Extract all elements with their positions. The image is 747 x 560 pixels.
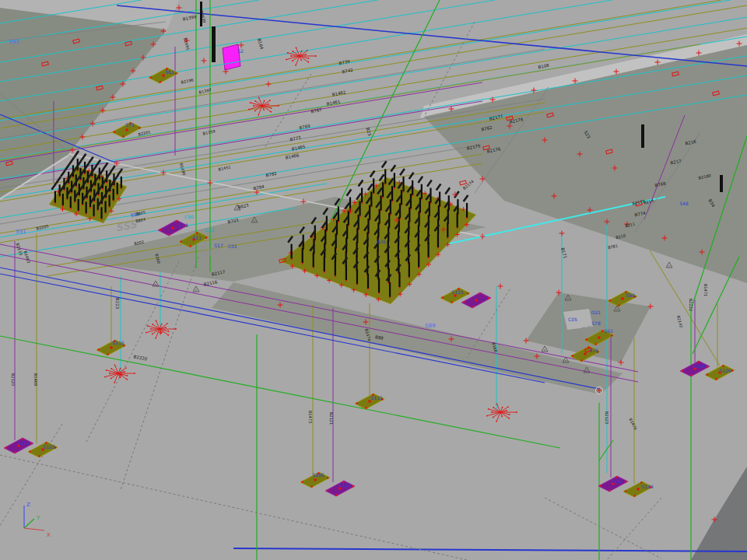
model-label-SSS[interactable]: SSS (114, 218, 139, 233)
model-label-B1463[interactable]: B1463 (23, 250, 32, 264)
model-view-canvas[interactable]: S93B1399B2839B1491B164S2B739B742B108B219… (0, 0, 747, 560)
model-label-B2222[interactable]: B2222 (689, 299, 693, 311)
model-label-S115[interactable]: S115 (451, 289, 463, 295)
pile-symbol (302, 248, 303, 263)
pad-corner-dot (451, 301, 453, 303)
load-burst-tip (268, 103, 269, 105)
model-label-B171[interactable]: B171 (560, 247, 568, 259)
model-label-B2220[interactable]: B2220 (133, 354, 148, 361)
model-label-B2120[interactable]: B2120 (11, 373, 16, 386)
pile-symbol (104, 201, 106, 212)
model-label-C05[interactable]: C05 (568, 317, 577, 322)
model-label-B782[interactable]: B782 (265, 171, 277, 178)
model-label-B1491[interactable]: B1491 (183, 37, 191, 51)
model-label-S93[interactable]: S93 (9, 39, 19, 45)
model-label-S2[interactable]: S2 (237, 48, 244, 54)
cad-viewport-3d[interactable]: S93B1399B2839B1491B164S2B739B742B108B219… (0, 0, 747, 560)
model-label-B223[interactable]: B223 (115, 298, 120, 310)
model-label-S108[interactable]: S108 (693, 363, 705, 369)
model-label-S116[interactable]: S116 (112, 340, 124, 345)
slab-corner-wedge[interactable] (691, 467, 747, 560)
model-label-B781[interactable]: B781 (608, 243, 619, 250)
model-label-S92[interactable]: S92 (604, 328, 613, 334)
model-label-B36[interactable]: B36 (377, 239, 386, 244)
model-label-S119[interactable]: S119 (641, 484, 653, 489)
model-label-S90[interactable]: S90 (626, 292, 635, 298)
model-label-S61[interactable]: S61 (165, 69, 174, 75)
pile-base-dot (72, 177, 74, 178)
model-label-S76[interactable]: S76 (589, 348, 598, 353)
pad-corner-dot (160, 229, 161, 230)
pad-corner-dot (731, 369, 733, 371)
pad-corner-dot (114, 131, 115, 132)
pile-base-dot (99, 179, 100, 180)
model-label-B2142[interactable]: B2142 (676, 315, 684, 328)
grid-line-blue (233, 548, 747, 551)
pile-base-dot (381, 210, 382, 212)
pile-symbol (447, 222, 448, 237)
model-label-C90[interactable]: C90 (184, 214, 194, 219)
model-label-O21[interactable]: O21 (591, 310, 601, 315)
model-label-S10[interactable]: S10 (179, 222, 188, 228)
model-label-C01[interactable]: C01 (228, 243, 237, 249)
model-label-B1476[interactable]: B1476 (628, 418, 638, 431)
pad-corner-dot (302, 481, 303, 482)
model-label-S11[interactable]: S11 (192, 235, 202, 240)
load-burst-tip (509, 414, 510, 415)
model-label-B804[interactable]: B804 (135, 217, 146, 224)
support-dot (565, 360, 566, 361)
model-label-B2116[interactable]: B2116 (203, 279, 218, 287)
pad-corner-dot (691, 374, 693, 376)
model-label-B1490[interactable]: B1490 (179, 163, 187, 176)
cross-marker (202, 58, 207, 64)
model-label-B1399[interactable]: B1399 (182, 14, 197, 22)
model-label-B769[interactable]: B769 (299, 124, 311, 131)
model-label-S78[interactable]: S78 (591, 320, 601, 326)
model-label-B739[interactable]: B739 (338, 59, 351, 66)
model-label-S103[interactable]: S103 (43, 444, 54, 450)
pile-base-dot (74, 201, 75, 203)
construction-line-dashed (545, 498, 661, 558)
model-label-S113[interactable]: S113 (370, 395, 382, 401)
model-label-S109[interactable]: S109 (719, 368, 731, 373)
model-label-B108[interactable]: B108 (538, 63, 550, 70)
pile-label-tag (370, 170, 376, 178)
model-label-B2196[interactable]: B2196 (181, 77, 194, 84)
pad-center-dot (584, 352, 587, 355)
model-label-B742[interactable]: B742 (342, 68, 353, 75)
construction-line-dashed (265, 74, 311, 148)
model-label-B1466[interactable]: B1466 (285, 152, 300, 160)
model-label-S121[interactable]: S121 (339, 482, 351, 488)
load-burst-tip (155, 338, 156, 339)
model-label-B2123[interactable]: B2123 (605, 411, 609, 424)
model-label-B1473[interactable]: B1473 (308, 411, 313, 423)
model-label-S106[interactable]: S106 (312, 472, 324, 478)
model-label-C20[interactable]: C20 (205, 227, 214, 233)
model-label-B2121[interactable]: B2121 (329, 412, 334, 425)
pile-symbol (382, 182, 384, 197)
pile-symbol (54, 191, 56, 203)
pile-label-tag (73, 150, 79, 158)
pile-label-tag (444, 187, 451, 194)
model-label-B805[interactable]: B805 (135, 210, 146, 217)
pile-base-dot (398, 287, 400, 289)
model-label-B1462[interactable]: B1462 (331, 89, 346, 97)
cross-marker (208, 180, 213, 186)
model-label-S111[interactable]: S111 (18, 440, 30, 446)
model-label-B1468[interactable]: B1468 (33, 373, 38, 386)
column-mark (212, 26, 216, 62)
model-label-B1471[interactable]: B1471 (703, 284, 708, 296)
load-burst-tip (501, 415, 503, 417)
model-label-B1359[interactable]: B1359 (202, 128, 216, 135)
model-label-B1465[interactable]: B1465 (291, 144, 306, 152)
model-label-B773[interactable]: B773 (289, 135, 302, 142)
model-label-S71[interactable]: S71 (125, 122, 135, 128)
model-label-S46[interactable]: S46 (679, 201, 689, 206)
support-triangle (193, 286, 199, 292)
model-label-S122[interactable]: S122 (611, 478, 622, 484)
model-label-B164[interactable]: B164 (257, 38, 265, 51)
model-label-S91[interactable]: S91 (16, 229, 26, 235)
pile-base-dot (367, 289, 369, 290)
model-label-S89[interactable]: S89 (425, 323, 436, 330)
pile-base-dot (77, 170, 79, 172)
